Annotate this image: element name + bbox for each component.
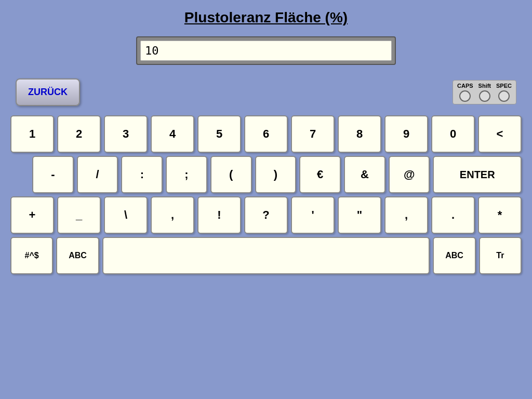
value-input[interactable] [140, 41, 392, 61]
key-double-quote[interactable]: " [338, 196, 381, 234]
key-abc-left[interactable]: ABC [56, 237, 99, 274]
key-row-4: #^$ ABC ABC Tr [10, 237, 522, 274]
key-space[interactable] [102, 237, 430, 274]
key-6[interactable]: 6 [244, 115, 288, 153]
key-9[interactable]: 9 [384, 115, 428, 153]
key-open-paren[interactable]: ( [210, 156, 252, 193]
caps-circle [459, 90, 471, 102]
key-0[interactable]: 0 [431, 115, 475, 153]
key-at[interactable]: @ [389, 156, 430, 193]
title-area: Plustoleranz Fläche (%) [0, 0, 532, 26]
shift-indicator: Shift [478, 83, 491, 102]
key-euro[interactable]: € [299, 156, 341, 193]
key-close-paren[interactable]: ) [255, 156, 297, 193]
indicators-panel: CAPS Shift SPEC [453, 80, 516, 104]
key-underscore[interactable]: _ [57, 196, 101, 234]
caps-indicator: CAPS [457, 83, 473, 102]
key-ampersand[interactable]: & [344, 156, 385, 193]
key-4[interactable]: 4 [151, 115, 194, 153]
key-single-quote[interactable]: ' [291, 196, 335, 234]
key-abc-right[interactable]: ABC [433, 237, 475, 274]
key-2[interactable]: 2 [57, 115, 101, 153]
key-colon[interactable]: : [121, 156, 163, 193]
key-question[interactable]: ? [244, 196, 288, 234]
key-comma[interactable]: , [151, 196, 194, 234]
keyboard: 1 2 3 4 5 6 7 8 9 0 < - / : ; ( ) € & @ … [10, 115, 522, 274]
key-row-2: - / : ; ( ) € & @ ENTER [10, 156, 522, 193]
key-8[interactable]: 8 [338, 115, 381, 153]
input-outer [136, 36, 396, 65]
key-backspace[interactable]: < [478, 115, 522, 153]
key-asterisk[interactable]: * [478, 196, 522, 234]
key-row-3: + _ \ , ! ? ' " , . * [10, 196, 522, 234]
key-special-chars[interactable]: #^$ [10, 237, 53, 274]
key-minus[interactable]: - [32, 156, 74, 193]
key-comma2[interactable]: , [384, 196, 428, 234]
key-plus[interactable]: + [10, 196, 54, 234]
spec-circle [498, 90, 510, 102]
spec-indicator: SPEC [496, 83, 512, 102]
spec-label: SPEC [496, 83, 512, 89]
key-exclamation[interactable]: ! [197, 196, 241, 234]
key-3[interactable]: 3 [104, 115, 148, 153]
key-1[interactable]: 1 [10, 115, 54, 153]
controls-row: ZURÜCK CAPS Shift SPEC [0, 70, 532, 106]
key-semicolon[interactable]: ; [166, 156, 207, 193]
shift-circle [479, 90, 490, 102]
page-title: Plustoleranz Fläche (%) [184, 9, 348, 25]
key-row-1: 1 2 3 4 5 6 7 8 9 0 < [10, 115, 522, 153]
key-backslash[interactable]: \ [104, 196, 148, 234]
input-area [0, 36, 532, 65]
back-button[interactable]: ZURÜCK [16, 78, 80, 106]
caps-label: CAPS [457, 83, 473, 89]
key-enter[interactable]: ENTER [433, 156, 522, 193]
key-7[interactable]: 7 [291, 115, 335, 153]
shift-label: Shift [478, 83, 491, 89]
key-tr[interactable]: Tr [479, 237, 522, 274]
key-period[interactable]: . [431, 196, 475, 234]
key-slash[interactable]: / [77, 156, 118, 193]
key-5[interactable]: 5 [197, 115, 241, 153]
